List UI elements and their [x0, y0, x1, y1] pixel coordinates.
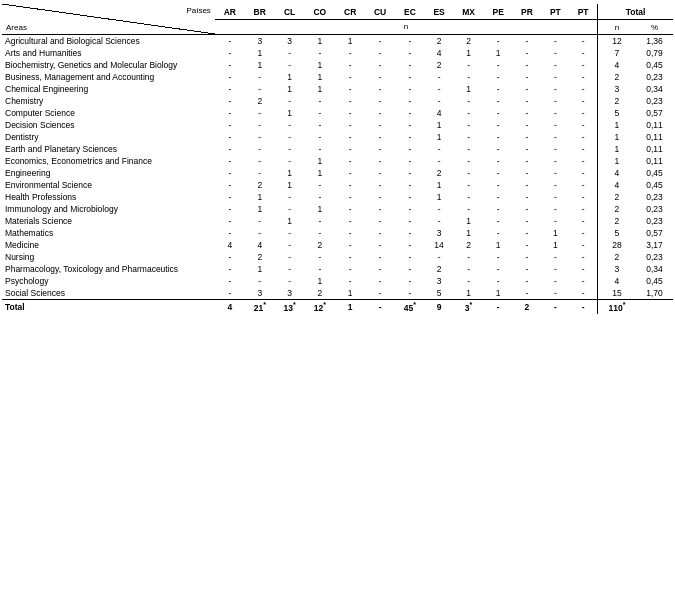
data-cell: - — [335, 215, 365, 227]
data-cell: - — [335, 155, 365, 167]
data-cell: 2 — [598, 71, 636, 83]
area-name-cell: Chemical Engineering — [2, 83, 215, 95]
data-cell: - — [245, 155, 275, 167]
data-cell: - — [542, 95, 570, 107]
data-cell: - — [365, 119, 395, 131]
data-cell: 0,11 — [636, 131, 673, 143]
data-cell: 2 — [425, 59, 453, 71]
data-cell: - — [569, 167, 597, 179]
data-cell: - — [512, 215, 541, 227]
data-cell: 4 — [245, 239, 275, 251]
area-name-cell: Earth and Planetary Sciences — [2, 143, 215, 155]
data-cell: 1 — [275, 215, 305, 227]
countries-label: Países — [4, 6, 213, 15]
data-cell: 2 — [598, 203, 636, 215]
data-cell: - — [365, 215, 395, 227]
data-cell: - — [512, 251, 541, 263]
data-cell: - — [569, 71, 597, 83]
table-row: Health Professions-1-----1-----20,23 — [2, 191, 673, 203]
data-cell: - — [305, 131, 336, 143]
data-cell: 2 — [245, 179, 275, 191]
data-cell: - — [569, 179, 597, 191]
data-cell: 3 — [425, 227, 453, 239]
data-cell: - — [335, 203, 365, 215]
data-cell: - — [569, 275, 597, 287]
total-n-sublabel: n — [598, 20, 636, 35]
data-cell: 28 — [598, 239, 636, 251]
data-cell: - — [215, 287, 245, 300]
total-pe: - — [484, 300, 512, 314]
data-cell: - — [542, 47, 570, 59]
data-cell: 1 — [598, 131, 636, 143]
data-cell: - — [365, 59, 395, 71]
table-row: Materials Science--1-----1----20,23 — [2, 215, 673, 227]
data-cell: - — [569, 119, 597, 131]
data-cell: - — [335, 251, 365, 263]
data-cell: - — [453, 203, 484, 215]
data-cell: - — [365, 263, 395, 275]
data-cell: - — [335, 131, 365, 143]
data-cell: - — [245, 227, 275, 239]
total-pt: - — [542, 300, 570, 314]
data-cell: 1 — [275, 83, 305, 95]
data-cell: 0,23 — [636, 215, 673, 227]
data-cell: - — [215, 143, 245, 155]
data-cell: - — [569, 239, 597, 251]
data-cell: - — [569, 107, 597, 119]
data-cell: - — [305, 95, 336, 107]
data-cell: - — [275, 95, 305, 107]
data-cell: - — [542, 143, 570, 155]
data-cell: - — [484, 119, 512, 131]
data-cell: - — [453, 251, 484, 263]
area-name-cell: Medicine — [2, 239, 215, 251]
total-es: 9 — [425, 300, 453, 314]
data-cell: - — [215, 155, 245, 167]
table-row: Environmental Science-21----1-----40,45 — [2, 179, 673, 191]
data-cell: - — [453, 71, 484, 83]
data-cell: - — [395, 59, 425, 71]
data-cell: - — [215, 227, 245, 239]
data-cell: - — [542, 131, 570, 143]
data-cell: 1 — [335, 35, 365, 48]
data-cell: - — [335, 143, 365, 155]
data-cell: - — [305, 179, 336, 191]
data-cell: - — [215, 95, 245, 107]
data-cell: - — [542, 287, 570, 300]
col-ec: EC — [395, 4, 425, 20]
data-cell: - — [425, 143, 453, 155]
data-cell: - — [335, 191, 365, 203]
data-cell: - — [484, 83, 512, 95]
data-cell: 4 — [425, 47, 453, 59]
data-cell: - — [365, 71, 395, 83]
data-cell: - — [365, 107, 395, 119]
data-cell: - — [395, 107, 425, 119]
col-pr: PR — [512, 4, 541, 20]
data-cell: - — [275, 155, 305, 167]
data-cell: - — [395, 119, 425, 131]
data-cell: 1 — [305, 155, 336, 167]
data-cell: 1,70 — [636, 287, 673, 300]
col-pe: PE — [484, 4, 512, 20]
data-cell: - — [365, 203, 395, 215]
data-cell: - — [425, 251, 453, 263]
data-cell: - — [365, 131, 395, 143]
data-cell: - — [395, 179, 425, 191]
data-cell: 1 — [305, 275, 336, 287]
area-name-cell: Dentistry — [2, 131, 215, 143]
data-cell: 1 — [542, 239, 570, 251]
data-cell: - — [215, 71, 245, 83]
data-cell: - — [453, 167, 484, 179]
data-cell: - — [453, 263, 484, 275]
data-cell: 4 — [598, 179, 636, 191]
data-cell: - — [215, 83, 245, 95]
data-cell: - — [305, 107, 336, 119]
data-cell: - — [512, 119, 541, 131]
data-cell: - — [453, 107, 484, 119]
data-cell: - — [512, 239, 541, 251]
data-cell: - — [542, 155, 570, 167]
data-cell: - — [365, 143, 395, 155]
data-cell: - — [275, 119, 305, 131]
data-cell: 4 — [425, 107, 453, 119]
data-cell: - — [395, 251, 425, 263]
table-row: Mathematics-------31--1-50,57 — [2, 227, 673, 239]
